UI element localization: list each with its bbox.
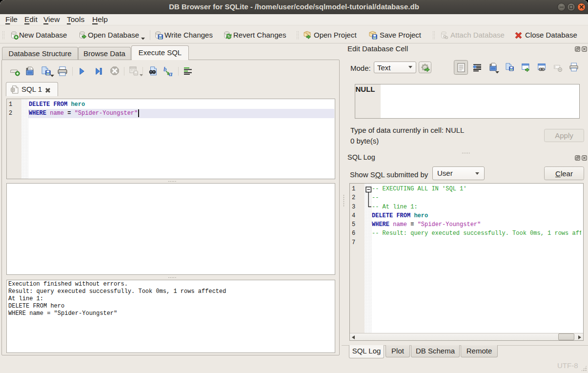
svg-text:a: a xyxy=(169,70,173,78)
